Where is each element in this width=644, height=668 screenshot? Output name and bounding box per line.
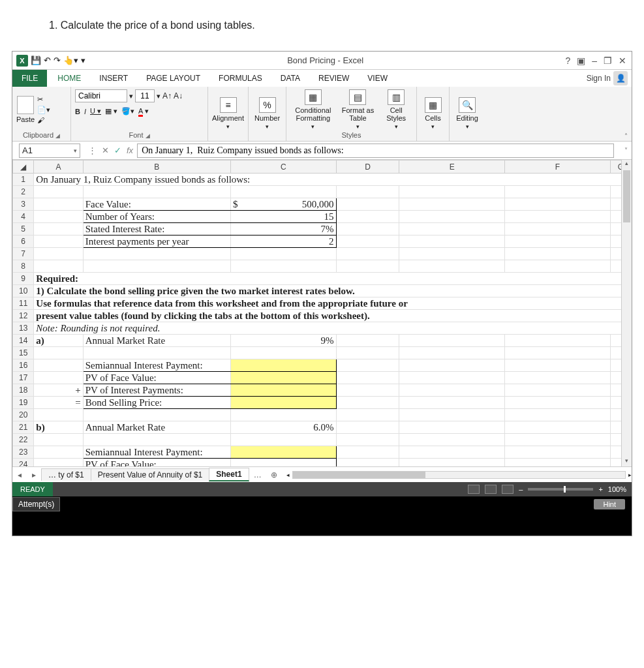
cell[interactable]: a) [34,335,83,347]
row-header[interactable]: 15 [13,347,34,359]
row-header[interactable]: 22 [13,434,34,446]
help-icon[interactable]: ? [565,55,570,66]
col-header-e[interactable]: E [399,160,505,174]
conditional-formatting-icon[interactable]: ▦ [305,89,322,105]
clipboard-launcher-icon[interactable]: ◢ [55,132,60,139]
zoom-in-button[interactable]: + [598,485,602,493]
zoom-out-button[interactable]: – [519,485,523,493]
expand-formula-bar-icon[interactable]: ˅ [621,147,632,154]
cell[interactable]: On January 1, Ruiz Company issued bonds … [34,174,632,186]
save-icon[interactable]: 💾 [31,55,41,65]
font-name-input[interactable] [75,89,127,102]
cell[interactable]: Semiannual Interest Payment: [83,446,230,459]
font-size-input[interactable] [135,89,155,102]
paste-button[interactable]: Paste [16,115,35,123]
add-sheet-icon[interactable]: ⊕ [267,470,281,479]
tab-view[interactable]: VIEW [358,70,397,87]
tab-insert[interactable]: INSERT [90,70,137,87]
cell[interactable]: 2 [230,235,336,248]
cell[interactable] [230,397,336,409]
conditional-formatting-button[interactable]: Conditional Formatting [290,106,336,122]
cut-icon[interactable]: ✂ [37,95,50,104]
row-header[interactable]: 24 [13,459,34,467]
format-painter-icon[interactable]: 🖌 [37,116,50,124]
cell[interactable]: Annual Market Rate [83,335,230,347]
cell[interactable]: Required: [34,273,632,285]
paste-icon[interactable] [17,96,34,114]
cell[interactable]: Annual Market Rate [83,421,230,434]
number-button[interactable]: Number [254,114,280,122]
cell[interactable]: present value tables (found by clicking … [34,310,632,322]
tab-home[interactable]: HOME [48,70,90,87]
sign-in-link[interactable]: Sign In [587,74,611,83]
select-all-corner[interactable]: ◢ [13,160,34,174]
cell[interactable]: b) [34,421,83,434]
row-header[interactable]: 20 [13,409,34,421]
qat-more-icon[interactable]: ▾ [81,55,85,65]
tab-formulas[interactable]: FORMULAS [209,70,271,87]
row-header[interactable]: 9 [13,273,34,285]
minimize-icon[interactable]: – [592,55,597,66]
alignment-button[interactable]: Alignment [212,114,244,122]
scroll-up-icon[interactable]: ▴ [622,160,632,169]
cell[interactable]: Note: Rounding is not required. [34,322,632,335]
decrease-font-icon[interactable]: A↓ [174,91,183,100]
italic-button[interactable]: I [84,108,86,115]
row-header[interactable]: 5 [13,223,34,235]
zoom-slider[interactable] [528,488,593,491]
sheet-nav-prev-icon[interactable]: ◂ [12,470,27,479]
col-header-c[interactable]: C [230,160,336,174]
redo-icon[interactable]: ↷ [54,55,61,65]
fx-icon[interactable]: fx [127,145,133,155]
alignment-icon[interactable]: ≡ [220,97,237,113]
cell[interactable] [230,459,336,467]
increase-font-icon[interactable]: A↑ [162,91,172,100]
row-header[interactable]: 13 [13,322,34,335]
row-header[interactable]: 14 [13,335,34,347]
cell[interactable]: Stated Interest Rate: [83,223,230,235]
cell[interactable]: 9% [230,335,336,347]
cells-button[interactable]: Cells [425,114,440,122]
formula-input[interactable] [137,144,614,158]
maximize-icon[interactable]: ❐ [604,55,612,66]
font-color-button[interactable]: A ▾ [138,107,149,115]
col-header-d[interactable]: D [336,160,399,174]
cell[interactable] [230,359,336,372]
tab-data[interactable]: DATA [271,70,309,87]
format-as-table-button[interactable]: Format as Table [339,106,378,122]
horizontal-scrollbar[interactable] [292,471,626,479]
bold-button[interactable]: B [75,108,80,115]
row-header[interactable]: 10 [13,285,34,297]
cell[interactable]: PV of Face Value: [83,459,230,467]
tab-file[interactable]: FILE [12,70,47,87]
cell[interactable]: $500,000 [230,198,336,211]
row-header[interactable]: 7 [13,248,34,260]
hscroll-right-icon[interactable]: ▸ [628,472,632,478]
cell-styles-icon[interactable]: ▥ [388,89,405,105]
view-page-break-icon[interactable] [502,485,514,494]
cell[interactable] [230,372,336,384]
cell[interactable]: + [34,384,83,397]
format-as-table-icon[interactable]: ▤ [349,89,366,105]
editing-icon[interactable]: 🔍 [459,97,476,113]
zoom-level[interactable]: 100% [608,485,626,493]
cell[interactable]: 6.0% [230,421,336,434]
row-header[interactable]: 16 [13,359,34,372]
cell[interactable]: 15 [230,211,336,223]
view-normal-icon[interactable] [468,485,480,494]
cell[interactable]: Face Value: [83,198,230,211]
font-size-dropdown-icon[interactable]: ▾ [157,92,161,100]
font-launcher-icon[interactable]: ◢ [146,132,150,139]
row-header[interactable]: 23 [13,446,34,459]
scroll-down-icon[interactable]: ▾ [622,457,632,466]
row-header[interactable]: 6 [13,235,34,248]
cell[interactable]: = [34,397,83,409]
col-header-a[interactable]: A [34,160,83,174]
sheet-nav-next-icon[interactable]: ▸ [27,470,41,479]
sheet-tab-active[interactable]: Sheet1 [209,468,249,481]
underline-button[interactable]: U ▾ [90,107,101,115]
row-header[interactable]: 17 [13,372,34,384]
sheet-tabs-more-icon[interactable]: … [249,470,267,479]
cell[interactable]: Semiannual Interest Payment: [83,359,230,372]
view-page-layout-icon[interactable] [485,485,497,494]
